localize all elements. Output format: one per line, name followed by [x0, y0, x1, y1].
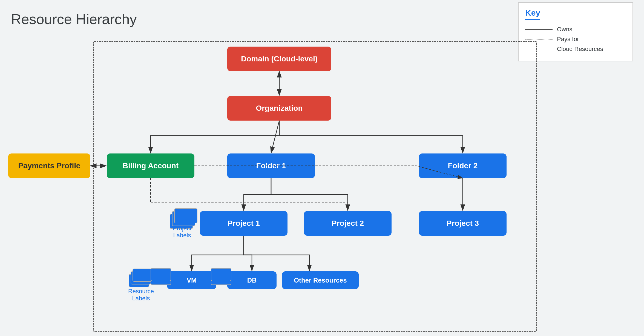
payments-profile-node: Payments Profile: [8, 153, 90, 178]
project1-node: Project 1: [200, 211, 288, 236]
folder2-node: Folder 2: [419, 153, 507, 178]
vm-node: VM: [167, 271, 216, 289]
diagram: Domain (Cloud-level) Organization Billin…: [8, 33, 636, 331]
other-resources-node: Other Resources: [282, 271, 359, 289]
domain-node: Domain (Cloud-level): [227, 47, 331, 71]
key-item-owns: Owns: [525, 26, 626, 33]
project2-node: Project 2: [304, 211, 392, 236]
organization-node: Organization: [227, 96, 331, 121]
db-node: DB: [227, 271, 277, 289]
project-labels-label: Project Labels: [167, 225, 197, 239]
project3-node: Project 3: [419, 211, 507, 236]
folder1-node: Folder 1: [227, 153, 315, 178]
resource-labels-label: Resource Labels: [126, 288, 156, 302]
billing-account-node: Billing Account: [107, 153, 194, 178]
key-title: Key: [525, 8, 540, 20]
page-title: Resource Hierarchy: [11, 11, 137, 27]
